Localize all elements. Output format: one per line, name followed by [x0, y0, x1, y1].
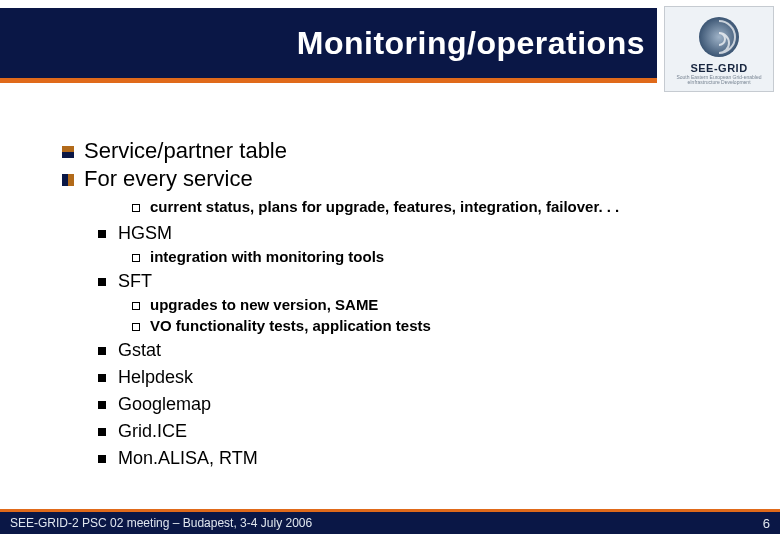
- bullet-text: HGSM: [118, 223, 172, 244]
- bullet-group-remaining: Gstat Helpdesk Googlemap Grid.ICE Mon.AL…: [62, 340, 722, 469]
- hollow-square-icon: [132, 204, 140, 212]
- bullet-marker-icon: [62, 174, 74, 186]
- bullet-text: Mon.ALISA, RTM: [118, 448, 258, 469]
- bullet-monalisa: Mon.ALISA, RTM: [98, 448, 722, 469]
- title-bar: Monitoring/operations: [0, 8, 657, 78]
- slide-header: Monitoring/operations SEE-GRID South Eas…: [0, 0, 780, 98]
- bullet-sft: SFT: [98, 271, 722, 292]
- square-icon: [98, 230, 106, 238]
- bullet-text: Service/partner table: [84, 138, 287, 164]
- slide-footer: SEE-GRID-2 PSC 02 meeting – Budapest, 3-…: [0, 512, 780, 534]
- swirl-icon: [695, 13, 743, 61]
- subbullet-sft-upgrades: upgrades to new version, SAME: [132, 296, 722, 313]
- subbullet-current-status: current status, plans for upgrade, featu…: [132, 198, 722, 215]
- slide: Monitoring/operations SEE-GRID South Eas…: [0, 0, 780, 540]
- bullet-helpdesk: Helpdesk: [98, 367, 722, 388]
- bullet-text: SFT: [118, 271, 152, 292]
- subbullet-text: integration with monitoring tools: [150, 248, 384, 265]
- logo-subtitle: South Eastern European Grid-enabled eInf…: [669, 75, 769, 86]
- bullet-text: Helpdesk: [118, 367, 193, 388]
- bullet-for-every-service: For every service: [62, 166, 722, 192]
- subbullet-sft-vo: VO functionality tests, application test…: [132, 317, 722, 334]
- square-icon: [98, 347, 106, 355]
- square-icon: [98, 428, 106, 436]
- square-icon: [98, 374, 106, 382]
- page-number: 6: [763, 516, 770, 531]
- slide-content: Service/partner table For every service …: [62, 138, 722, 469]
- hollow-square-icon: [132, 323, 140, 331]
- bullet-text: Gstat: [118, 340, 161, 361]
- square-icon: [98, 401, 106, 409]
- hollow-square-icon: [132, 302, 140, 310]
- square-icon: [98, 278, 106, 286]
- square-icon: [98, 455, 106, 463]
- logo-label: SEE-GRID: [690, 62, 747, 74]
- slide-title: Monitoring/operations: [297, 25, 645, 62]
- bullet-service-partner: Service/partner table: [62, 138, 722, 164]
- hollow-square-icon: [132, 254, 140, 262]
- subbullet-text: current status, plans for upgrade, featu…: [150, 198, 619, 215]
- footer-text: SEE-GRID-2 PSC 02 meeting – Budapest, 3-…: [10, 516, 312, 530]
- subbullet-text: VO functionality tests, application test…: [150, 317, 431, 334]
- bullet-text: Googlemap: [118, 394, 211, 415]
- bullet-marker-icon: [62, 146, 74, 158]
- bullet-googlemap: Googlemap: [98, 394, 722, 415]
- bullet-gridice: Grid.ICE: [98, 421, 722, 442]
- subbullet-hgsm-integration: integration with monitoring tools: [132, 248, 722, 265]
- subbullet-text: upgrades to new version, SAME: [150, 296, 378, 313]
- bullet-text: Grid.ICE: [118, 421, 187, 442]
- bullet-hgsm: HGSM: [98, 223, 722, 244]
- bullet-gstat: Gstat: [98, 340, 722, 361]
- header-accent-rule: [0, 78, 657, 83]
- logo-box: SEE-GRID South Eastern European Grid-ena…: [664, 6, 774, 92]
- svg-point-0: [699, 17, 739, 57]
- bullet-text: For every service: [84, 166, 253, 192]
